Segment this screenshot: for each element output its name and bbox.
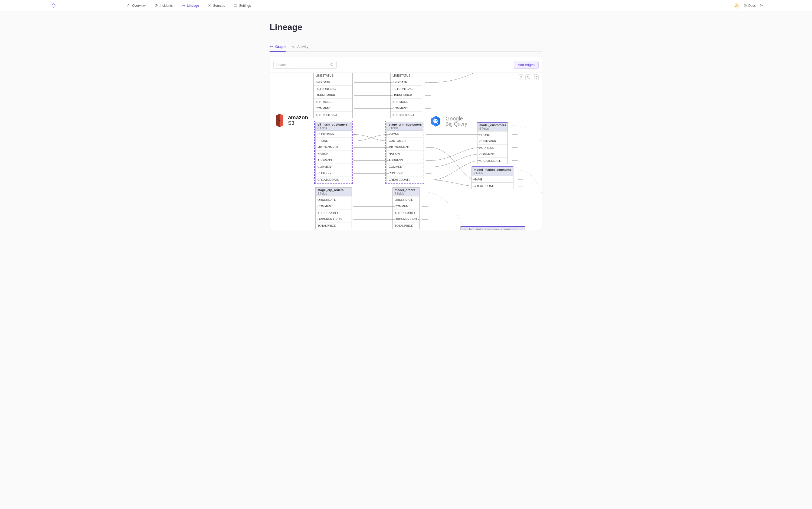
- node-field[interactable]: ORDERPRIORITY: [393, 216, 419, 222]
- add-edges-button[interactable]: Add edges: [514, 61, 539, 69]
- svg-point-9: [156, 5, 157, 6]
- zoom-in-button[interactable]: [518, 74, 524, 80]
- node-partial-top-right[interactable]: LINESTATUS SHIPDATE RETURNFLAG LINENUMBE…: [390, 73, 422, 118]
- svg-rect-20: [435, 120, 436, 122]
- node-field[interactable]: SHIPINSTRUCT: [314, 111, 352, 118]
- nav-settings[interactable]: Settings: [234, 4, 251, 8]
- node-field[interactable]: PHONE: [477, 131, 508, 138]
- node-field[interactable]: ADDRESS: [387, 157, 423, 163]
- nav-overview[interactable]: Overview: [127, 4, 146, 8]
- tab-label: Graph: [275, 45, 285, 49]
- node-partial-top-left[interactable]: LINESTATUS SHIPDATE RETURNFLAG LINENUMBE…: [313, 73, 353, 118]
- docs-label: Docs: [748, 4, 756, 8]
- docs-link[interactable]: Docs: [744, 4, 756, 8]
- node-model-market-segments[interactable]: model_market_segments 2 fields NAME CREA…: [472, 166, 513, 189]
- node-field[interactable]: CREATEDDATE: [387, 176, 423, 183]
- node-field[interactable]: ADDRESS: [315, 157, 351, 163]
- node-field[interactable]: PHONE: [387, 131, 423, 137]
- node-field[interactable]: ORDERDATE: [315, 196, 351, 203]
- node-field[interactable]: COMMENT: [391, 105, 422, 111]
- lineage-icon: [181, 4, 185, 8]
- node-stage-crm-customers[interactable]: stage_crm_customers 8 fields PHONE CUSTO…: [386, 122, 423, 183]
- node-field[interactable]: LINENUMBER: [391, 92, 422, 98]
- node-field[interactable]: ORDERPRIORITY: [315, 216, 351, 222]
- node-field[interactable]: TOTALPRICE: [393, 222, 419, 229]
- svg-point-6: [54, 6, 55, 6]
- node-field[interactable]: SHIPMODE: [314, 98, 352, 105]
- node-field[interactable]: CUSTKEY: [315, 170, 351, 176]
- nav-lineage[interactable]: Lineage: [181, 4, 199, 8]
- node-field[interactable]: CUSTOMER: [315, 131, 351, 137]
- node-field[interactable]: NATION: [387, 150, 423, 157]
- search-input[interactable]: [276, 63, 330, 67]
- svg-point-0: [53, 3, 54, 4]
- node-title: stage_crm_customers: [389, 123, 421, 126]
- node-field[interactable]: MKTSEGMENT: [387, 144, 423, 150]
- s3-brand: amazon: [288, 115, 308, 120]
- node-field[interactable]: LINESTATUS: [314, 73, 352, 79]
- node-field[interactable]: LINESTATUS: [391, 73, 422, 79]
- node-field[interactable]: COMMENT: [315, 203, 351, 209]
- nav-label: Settings: [239, 4, 251, 8]
- zoom-out-button[interactable]: [526, 74, 531, 80]
- lineage-canvas[interactable]: amazon S3: [270, 73, 542, 230]
- node-stage-erp-orders[interactable]: stage_erp_orders 9 fields ORDERDATE COMM…: [315, 187, 352, 229]
- node-field[interactable]: PHONE: [315, 137, 351, 144]
- nav-label: Lineage: [187, 4, 199, 8]
- node-field[interactable]: COMMENT: [393, 203, 419, 209]
- nav-label: Incidents: [160, 4, 173, 8]
- node-field[interactable]: COMMENT: [315, 163, 351, 170]
- node-subtitle: 7 fields: [395, 192, 417, 195]
- bigquery-logo: Google Big Query: [429, 115, 467, 128]
- node-field[interactable]: RETURNFLAG: [314, 85, 352, 92]
- node-field[interactable]: COMMENT: [314, 105, 352, 111]
- node-field[interactable]: SHIPMODE: [391, 98, 422, 105]
- node-field[interactable]: SHIPDATE: [314, 79, 352, 85]
- node-field[interactable]: CREATEDDATE: [477, 157, 508, 164]
- node-field[interactable]: TOTALPRICE: [315, 222, 351, 229]
- node-field[interactable]: CUSTOMER: [387, 137, 423, 144]
- search-icon: [330, 63, 334, 67]
- node-field[interactable]: CUSTOMER: [477, 138, 508, 144]
- node-title: dm_fact_daily_customer_acquisition: [463, 228, 523, 230]
- node-title: model_market_segments: [474, 168, 511, 171]
- tab-graph[interactable]: Graph: [270, 45, 285, 52]
- svg-point-2: [55, 4, 55, 5]
- alert-button[interactable]: [734, 3, 740, 9]
- node-field[interactable]: LINENUMBER: [314, 92, 352, 98]
- node-dm-fact-daily[interactable]: dm_fact_daily_customer_acquisition: [461, 226, 526, 230]
- node-field[interactable]: RETURNFLAG: [391, 85, 422, 92]
- fullscreen-button[interactable]: [533, 74, 539, 80]
- node-field[interactable]: COMMENT: [477, 151, 508, 157]
- node-field[interactable]: MKTSEGMENT: [315, 144, 351, 150]
- nav-label: Sources: [213, 4, 225, 8]
- node-subtitle: 2 fields: [474, 172, 511, 175]
- tab-activity[interactable]: Activity: [292, 45, 308, 52]
- node-field[interactable]: CUSTKEY: [387, 170, 423, 176]
- node-model-customers[interactable]: model_customers 5 fields PHONE CUSTOMER …: [477, 122, 508, 164]
- svg-point-15: [279, 120, 280, 121]
- node-field[interactable]: NATION: [315, 150, 351, 157]
- node-s3-crm-customers[interactable]: s3__crm_customers 8 fields CUSTOMER PHON…: [315, 122, 352, 183]
- node-field[interactable]: SHIPDATE: [391, 79, 422, 85]
- node-field[interactable]: SHIPPRIORITY: [393, 209, 419, 216]
- node-field[interactable]: SHIPINSTRUCT: [391, 111, 422, 118]
- svg-point-5: [53, 6, 53, 6]
- s3-sub: S3: [288, 120, 308, 126]
- node-field[interactable]: CREATEDDATE: [315, 176, 351, 183]
- node-field[interactable]: SHIPPRIORITY: [315, 209, 351, 216]
- logout-icon[interactable]: [759, 4, 763, 8]
- node-field[interactable]: CREATEDDATE: [472, 182, 513, 189]
- svg-point-12: [331, 64, 333, 66]
- svg-point-10: [235, 5, 236, 6]
- node-title: model_customers: [479, 124, 506, 127]
- node-field[interactable]: ADDRESS: [477, 144, 508, 151]
- node-model-orders[interactable]: model_orders 7 fields ORDERDATE COMMENT …: [393, 187, 419, 229]
- nav-sources[interactable]: Sources: [208, 4, 225, 8]
- s3-icon: [274, 113, 285, 128]
- node-field[interactable]: COMMENT: [387, 163, 423, 170]
- node-field[interactable]: ORDERDATE: [393, 196, 419, 203]
- app-logo[interactable]: [51, 3, 56, 8]
- node-field[interactable]: NAME: [472, 176, 513, 182]
- nav-incidents[interactable]: Incidents: [154, 4, 173, 8]
